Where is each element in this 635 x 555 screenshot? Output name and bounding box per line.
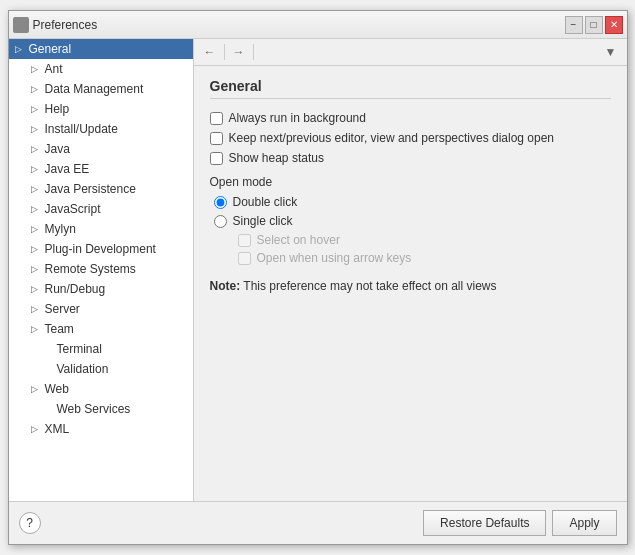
title-bar-left: Preferences [13, 17, 98, 33]
expand-icon-javascript: ▷ [31, 204, 45, 214]
sidebar-item-web-services[interactable]: Web Services [9, 399, 193, 419]
keep-next-prev-label: Keep next/previous editor, view and pers… [229, 131, 555, 145]
sidebar-item-install-update[interactable]: ▷ Install/Update [9, 119, 193, 139]
expand-icon-web: ▷ [31, 384, 45, 394]
back-button[interactable]: ← [200, 42, 220, 62]
sidebar-item-data-management[interactable]: ▷ Data Management [9, 79, 193, 99]
sidebar-item-mylyn[interactable]: ▷ Mylyn [9, 219, 193, 239]
single-click-radio[interactable] [214, 215, 227, 228]
sidebar-label-mylyn: Mylyn [45, 222, 187, 236]
sidebar-item-remote-systems[interactable]: ▷ Remote Systems [9, 259, 193, 279]
expand-icon-server: ▷ [31, 304, 45, 314]
nav-separator-2 [253, 44, 254, 60]
sidebar-item-xml[interactable]: ▷ XML [9, 419, 193, 439]
expand-icon-plugin: ▷ [31, 244, 45, 254]
always-run-bg-checkbox[interactable] [210, 112, 223, 125]
double-click-row: Double click [214, 195, 611, 209]
expand-icon-mylyn: ▷ [31, 224, 45, 234]
sidebar: ▷ General ▷ Ant ▷ Data Management ▷ Help… [9, 39, 194, 501]
select-hover-row: Select on hover [238, 233, 611, 247]
section-title: General [210, 78, 611, 99]
expand-icon-general: ▷ [15, 44, 29, 54]
sidebar-item-web[interactable]: ▷ Web [9, 379, 193, 399]
open-arrow-checkbox[interactable] [238, 252, 251, 265]
sidebar-item-plugin-dev[interactable]: ▷ Plug-in Development [9, 239, 193, 259]
open-mode-label: Open mode [210, 175, 611, 189]
always-run-bg-label: Always run in background [229, 111, 366, 125]
select-hover-checkbox[interactable] [238, 234, 251, 247]
sidebar-item-ant[interactable]: ▷ Ant [9, 59, 193, 79]
sidebar-item-validation[interactable]: Validation [9, 359, 193, 379]
keep-next-prev-row: Keep next/previous editor, view and pers… [210, 131, 611, 145]
sidebar-label-team: Team [45, 322, 187, 336]
radio-group: Double click Single click Select on hove… [214, 195, 611, 265]
sidebar-label-run: Run/Debug [45, 282, 187, 296]
sidebar-label-xml: XML [45, 422, 187, 436]
sidebar-item-java-persistence[interactable]: ▷ Java Persistence [9, 179, 193, 199]
sidebar-item-general[interactable]: ▷ General [9, 39, 193, 59]
sidebar-label-plugin: Plug-in Development [45, 242, 187, 256]
sidebar-label-javascript: JavaScript [45, 202, 187, 216]
title-bar: Preferences − □ ✕ [9, 11, 627, 39]
sidebar-label-validation: Validation [57, 362, 187, 376]
sidebar-label-install: Install/Update [45, 122, 187, 136]
minimize-button[interactable]: − [565, 16, 583, 34]
preferences-window: Preferences − □ ✕ ▷ General ▷ Ant ▷ Data… [8, 10, 628, 545]
show-heap-row: Show heap status [210, 151, 611, 165]
expand-icon-xml: ▷ [31, 424, 45, 434]
expand-icon-java-persistence: ▷ [31, 184, 45, 194]
apply-button[interactable]: Apply [552, 510, 616, 536]
sidebar-item-java-ee[interactable]: ▷ Java EE [9, 159, 193, 179]
double-click-label: Double click [233, 195, 298, 209]
double-click-radio[interactable] [214, 196, 227, 209]
show-heap-label: Show heap status [229, 151, 324, 165]
main-panel: ← → ▼ General Always run in background K… [194, 39, 627, 501]
preferences-icon [13, 17, 29, 33]
sidebar-label-ant: Ant [45, 62, 187, 76]
forward-button[interactable]: → [229, 42, 249, 62]
bottom-bar: ? Restore Defaults Apply [9, 501, 627, 544]
sidebar-item-run-debug[interactable]: ▷ Run/Debug [9, 279, 193, 299]
select-hover-label: Select on hover [257, 233, 340, 247]
expand-icon-ant: ▷ [31, 64, 45, 74]
action-buttons: Restore Defaults Apply [423, 510, 616, 536]
note-content: This preference may not take effect on a… [243, 279, 496, 293]
title-bar-buttons: − □ ✕ [565, 16, 623, 34]
sidebar-label-data-management: Data Management [45, 82, 187, 96]
panel-content: General Always run in background Keep ne… [194, 66, 627, 501]
always-run-bg-row: Always run in background [210, 111, 611, 125]
expand-icon-java: ▷ [31, 144, 45, 154]
sidebar-item-help[interactable]: ▷ Help [9, 99, 193, 119]
expand-icon-java-ee: ▷ [31, 164, 45, 174]
expand-icon-remote: ▷ [31, 264, 45, 274]
sub-options: Select on hover Open when using arrow ke… [238, 233, 611, 265]
expand-icon-run: ▷ [31, 284, 45, 294]
sidebar-label-remote: Remote Systems [45, 262, 187, 276]
sidebar-label-web-services: Web Services [57, 402, 187, 416]
sidebar-label-help: Help [45, 102, 187, 116]
nav-bar: ← → ▼ [194, 39, 627, 66]
sidebar-item-terminal[interactable]: Terminal [9, 339, 193, 359]
sidebar-label-java-persistence: Java Persistence [45, 182, 187, 196]
expand-icon-team: ▷ [31, 324, 45, 334]
keep-next-prev-checkbox[interactable] [210, 132, 223, 145]
restore-defaults-button[interactable]: Restore Defaults [423, 510, 546, 536]
sidebar-label-general: General [29, 42, 187, 56]
note-bold: Note: [210, 279, 241, 293]
sidebar-label-server: Server [45, 302, 187, 316]
sidebar-item-javascript[interactable]: ▷ JavaScript [9, 199, 193, 219]
expand-icon-data-management: ▷ [31, 84, 45, 94]
sidebar-item-server[interactable]: ▷ Server [9, 299, 193, 319]
expand-icon-help: ▷ [31, 104, 45, 114]
open-arrow-row: Open when using arrow keys [238, 251, 611, 265]
sidebar-item-team[interactable]: ▷ Team [9, 319, 193, 339]
maximize-button[interactable]: □ [585, 16, 603, 34]
help-button[interactable]: ? [19, 512, 41, 534]
sidebar-label-web: Web [45, 382, 187, 396]
note-text: Note: This preference may not take effec… [210, 279, 611, 293]
sidebar-item-java[interactable]: ▷ Java [9, 139, 193, 159]
content-area: ▷ General ▷ Ant ▷ Data Management ▷ Help… [9, 39, 627, 501]
close-button[interactable]: ✕ [605, 16, 623, 34]
dropdown-button[interactable]: ▼ [601, 42, 621, 62]
show-heap-checkbox[interactable] [210, 152, 223, 165]
